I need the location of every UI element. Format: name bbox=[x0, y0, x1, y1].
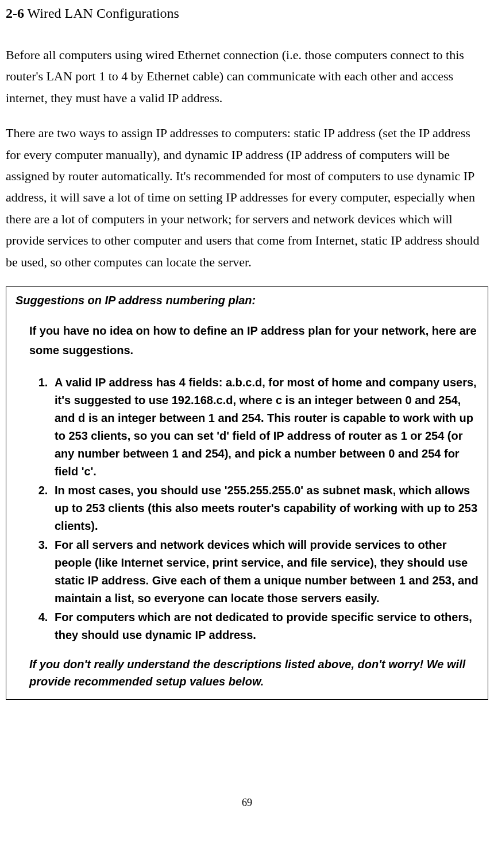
section-header: 2-6 Wired LAN Configurations bbox=[6, 6, 488, 21]
list-item: For computers which are not dedicated to… bbox=[51, 609, 478, 644]
list-item: A valid IP address has 4 fields: a.b.c.d… bbox=[51, 374, 478, 480]
list-item: In most cases, you should use '255.255.2… bbox=[51, 482, 478, 535]
box-footer: If you don't really understand the descr… bbox=[29, 656, 478, 690]
paragraph-2: There are two ways to assign IP addresse… bbox=[6, 122, 488, 273]
suggestions-box: Suggestions on IP address numbering plan… bbox=[6, 286, 488, 700]
section-title: Wired LAN Configurations bbox=[24, 6, 179, 21]
box-title: Suggestions on IP address numbering plan… bbox=[16, 294, 478, 307]
section-number: 2-6 bbox=[6, 6, 24, 21]
list-item: For all servers and network devices whic… bbox=[51, 536, 478, 607]
numbered-list: A valid IP address has 4 fields: a.b.c.d… bbox=[29, 374, 478, 644]
paragraph-1: Before all computers using wired Etherne… bbox=[6, 44, 488, 108]
box-intro: If you have no idea on how to define an … bbox=[29, 321, 478, 360]
